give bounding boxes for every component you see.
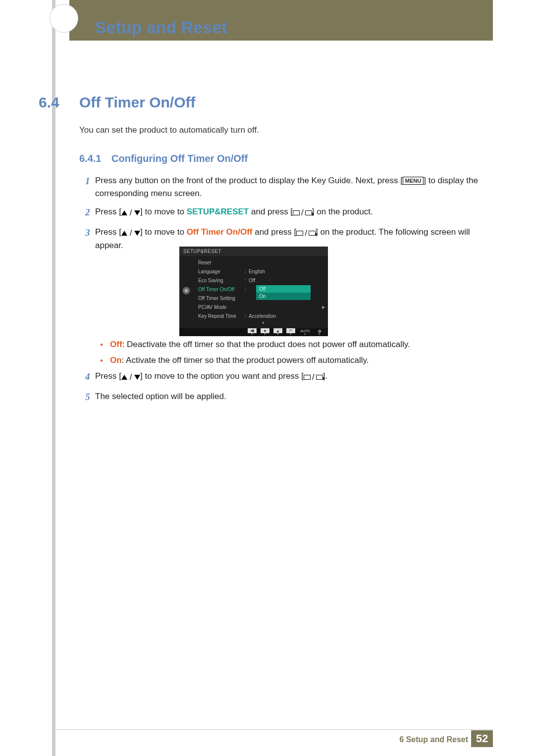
step-number: 2	[85, 205, 93, 220]
highlight-setup-reset: SETUP&RESET	[187, 207, 249, 216]
step-text: The selected option will be applied.	[95, 392, 226, 401]
step-number: 1	[85, 174, 93, 200]
step-5: 5 The selected option will be applied.	[85, 390, 490, 404]
up-arrow-icon	[121, 375, 127, 380]
bullet-off: ● Off: Deactivate the off timer so that …	[100, 339, 490, 350]
osd-value-eco: Off	[249, 278, 255, 283]
down-arrow-icon	[134, 375, 140, 380]
bullet-dot-icon: ●	[100, 355, 110, 366]
gear-icon	[182, 287, 190, 295]
source-icon	[296, 231, 303, 236]
bullet-on: ● On: Activate the off timer so that the…	[100, 355, 490, 366]
osd-dropdown: Off On	[256, 285, 311, 300]
page-footer: 6 Setup and Reset 52	[0, 729, 535, 747]
step-text: ] to move to	[140, 207, 187, 216]
highlight-off-timer: Off Timer On/Off	[187, 227, 253, 237]
osd-title: SETUP&RESET	[179, 247, 328, 256]
step-number: 3	[85, 226, 93, 252]
osd-option-off: Off	[256, 285, 311, 293]
subsection-title: Configuring Off Timer On/Off	[111, 153, 248, 164]
step-text: ] to move to	[140, 227, 187, 237]
section-intro: You can set the product to automatically…	[79, 125, 259, 135]
osd-value-language: English	[249, 269, 265, 274]
step-2: 2 Press [ / ] to move to SETUP&RESET and…	[85, 205, 490, 220]
page-number: 52	[471, 730, 493, 747]
step-1: 1 Press any button on the front of the p…	[85, 174, 490, 200]
osd-item-reset: Reset	[198, 260, 245, 265]
source-icon	[293, 210, 300, 215]
step-number: 4	[85, 370, 93, 384]
step-text: and press [	[252, 227, 296, 237]
enter-icon	[309, 231, 316, 236]
down-arrow-icon	[134, 210, 140, 215]
osd-item-off-timer-setting: Off Timer Setting	[198, 296, 245, 301]
osd-item-pcav: PC/AV Mode	[198, 304, 245, 310]
up-arrow-icon	[121, 231, 127, 236]
osd-item-off-timer: Off Timer On/Off	[198, 287, 245, 292]
enter-icon	[305, 210, 312, 215]
osd-item-key-repeat: Key Repeat Time	[198, 313, 245, 319]
footer-divider	[56, 729, 493, 730]
step-text: and press [	[249, 207, 293, 216]
enter-icon	[316, 375, 323, 380]
subsection-number: 6.4.1	[79, 153, 101, 164]
footer-chapter-label: 6 Setup and Reset	[399, 735, 468, 744]
steps-list: 1 Press any button on the front of the p…	[85, 174, 490, 258]
osd-menu-screenshot: SETUP&RESET Reset Language:English Eco S…	[179, 247, 328, 336]
step-text: ] to move to the option you want and pre…	[140, 371, 304, 381]
step-number: 5	[85, 390, 93, 404]
step-text: ] on the product.	[312, 207, 373, 216]
osd-item-eco: Eco Saving	[198, 278, 245, 283]
chapter-tab-icon	[50, 4, 78, 33]
osd-footer-icons: ◂▮▾ ▼▾ ▲▾ ↵▾ AUTO▾ ⏻▾	[179, 328, 328, 336]
section-number: 6.4	[39, 94, 59, 111]
source-icon	[304, 375, 311, 380]
step-text: Press [	[95, 207, 121, 216]
osd-item-language: Language	[198, 269, 245, 274]
chevron-right-icon: ▶	[322, 305, 325, 309]
step-text: Press [	[95, 371, 121, 381]
chevron-down-icon: ▾	[193, 320, 328, 325]
bullet-on-label: On	[110, 355, 122, 365]
step-text: Press [	[95, 227, 121, 237]
bullet-off-label: Off	[110, 340, 122, 349]
osd-value-key-repeat: Acceleration	[249, 313, 276, 319]
left-margin-bar	[52, 0, 55, 756]
osd-option-on: On	[256, 293, 311, 300]
option-descriptions: ● Off: Deactivate the off timer so that …	[100, 339, 490, 371]
chapter-title: Setup and Reset	[95, 18, 227, 37]
steps-list-cont: 4 Press [ / ] to move to the option you …	[85, 370, 490, 410]
step-4: 4 Press [ / ] to move to the option you …	[85, 370, 490, 384]
bullet-off-text: : Deactivate the off timer so that the p…	[122, 340, 410, 349]
down-arrow-icon	[134, 231, 140, 236]
bullet-dot-icon: ●	[100, 339, 110, 350]
menu-button-icon: MENU	[403, 177, 424, 185]
section-title: Off Timer On/Off	[79, 94, 195, 111]
up-arrow-icon	[121, 210, 127, 215]
step-text: Press any button on the front of the pro…	[95, 176, 403, 185]
bullet-on-text: : Activate the off timer so that the pro…	[122, 355, 369, 365]
